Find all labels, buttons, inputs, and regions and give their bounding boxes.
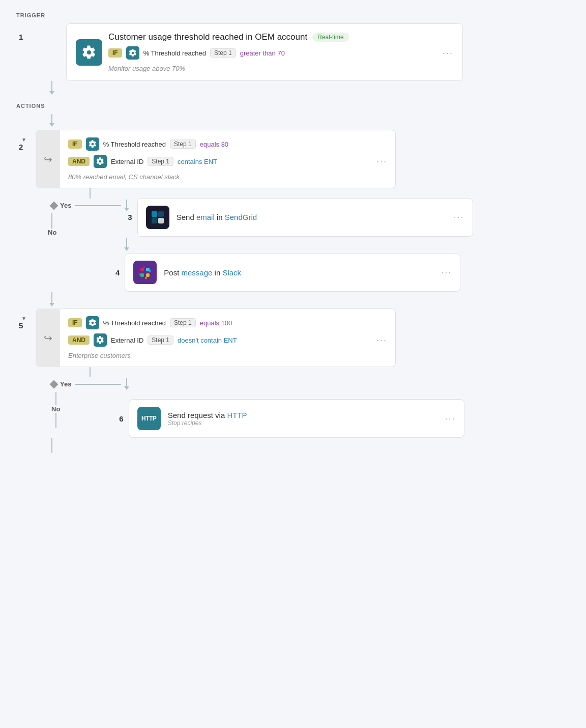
- yes-label-5: Yes: [60, 380, 71, 388]
- step-5-step-badge-1: Step 1: [170, 318, 196, 327]
- slack-icon-box: [133, 261, 157, 284]
- step-2-icon-2: [94, 155, 107, 168]
- trigger-section: TRIGGER 1 Customer usage threshold reach…: [16, 12, 570, 81]
- step-5-icon-2: [94, 333, 107, 347]
- step-6-subtitle: Stop recipes: [168, 419, 438, 427]
- arrow-3-4: [124, 247, 129, 251]
- svg-rect-11: [145, 277, 147, 279]
- connector-1: [51, 81, 52, 91]
- step-2-field-1: % Threshold reached: [103, 141, 166, 148]
- horiz-yes-line: [75, 205, 121, 206]
- trigger-field-icon: [126, 46, 139, 60]
- trigger-condition-row: IF % Threshold reached Step 1 greater th…: [108, 46, 453, 60]
- step-2-wrapper: ▼ 2 ↪ IF % Threshold reached Step 1 equa…: [16, 130, 570, 188]
- step-5-if-badge: IF: [68, 318, 82, 327]
- step-5-and-badge: AND: [68, 335, 90, 345]
- step-5-condition-2: AND External ID Step 1 doesn't contain E…: [68, 333, 387, 347]
- step-4-card: Post message in Slack ···: [125, 253, 460, 292]
- branch-icon-5: ↪: [44, 332, 52, 344]
- trigger-description: Monitor usage above 70%: [108, 65, 453, 72]
- no-vert-left: [51, 213, 52, 229]
- step-6-outer: No 6 HTTP Send request via HTTP Stop rec…: [16, 392, 570, 438]
- step-2-collapse[interactable]: ▼: [21, 137, 26, 143]
- sendgrid-icon-box: [146, 206, 169, 229]
- step-6-dots[interactable]: ···: [445, 413, 456, 424]
- step-1-num: 1: [19, 33, 29, 41]
- step-6-wrapper: 6 HTTP Send request via HTTP Stop recipe…: [119, 399, 464, 438]
- step-4-num: 4: [115, 268, 120, 277]
- arrow-1: [49, 91, 54, 95]
- step-4-wrapper: 4 Post message in Slack ···: [115, 253, 570, 292]
- step-5-dots[interactable]: ···: [376, 335, 387, 346]
- step-5-wrapper: ▼ 5 ↪ IF % Threshold reached Step 1 equa…: [16, 309, 570, 367]
- step-5-collapse[interactable]: ▼: [21, 316, 26, 321]
- step-3-wrapper: No 3 Send email in SendGrid: [16, 213, 570, 238]
- step-2-step-badge-2: Step 1: [148, 157, 173, 166]
- step-5-step-badge-2: Step 1: [148, 335, 173, 345]
- trigger-field-label: % Threshold reached: [143, 49, 206, 57]
- realtime-badge: Real-time: [312, 33, 348, 42]
- step-5-operator-1: equals 100: [200, 319, 232, 327]
- step-6-num: 6: [119, 414, 123, 423]
- step-5-field-2: External ID: [111, 337, 143, 344]
- step-3-dots[interactable]: ···: [454, 212, 464, 222]
- no-label-3: No: [48, 229, 56, 236]
- step-4-dots[interactable]: ···: [441, 267, 452, 278]
- svg-rect-7: [146, 273, 150, 277]
- trigger-label: TRIGGER: [16, 12, 570, 18]
- step-2-field-2: External ID: [111, 158, 143, 165]
- step-3-title: Send email in SendGrid: [177, 213, 257, 221]
- trigger-icon-box: [76, 39, 102, 66]
- svg-rect-6: [140, 273, 144, 277]
- step-5-left-bar: ↪: [36, 309, 60, 367]
- svg-rect-4: [140, 268, 144, 271]
- trigger-dots-menu[interactable]: ···: [443, 48, 453, 59]
- step-2-card: IF % Threshold reached Step 1 equals 80 …: [60, 130, 396, 188]
- svg-rect-1: [158, 211, 164, 217]
- http-icon-box: HTTP: [137, 407, 161, 430]
- trigger-operator: greater than 70: [240, 49, 285, 57]
- step-5-card: IF % Threshold reached Step 1 equals 100…: [60, 309, 396, 367]
- step-3-card: Send email in SendGrid ···: [137, 198, 473, 237]
- horiz-yes-line-5: [75, 384, 121, 385]
- step-2-icon-1: [86, 137, 99, 151]
- yes-label: Yes: [60, 202, 71, 209]
- diamond-icon: [50, 201, 58, 210]
- connector-actions: [51, 114, 52, 123]
- step-5-operator-2: doesn't contain ENT: [178, 337, 237, 344]
- step-5-num: 5: [19, 321, 29, 330]
- step-2-step-badge-1: Step 1: [170, 139, 196, 149]
- vert-line-no-5: [90, 367, 91, 377]
- actions-section: ACTIONS ▼ 2 ↪ IF % Threshold reached: [16, 103, 570, 453]
- step-2-num: 2: [19, 143, 29, 151]
- step-4-title: Post message in Slack: [164, 268, 241, 277]
- actions-label: ACTIONS: [16, 103, 570, 109]
- step-5-condition-1: IF % Threshold reached Step 1 equals 100: [68, 316, 387, 329]
- trigger-step-badge: Step 1: [210, 48, 236, 58]
- step-3-num: 3: [128, 213, 132, 221]
- connector-main-5: [51, 292, 52, 303]
- no-vert-6: [55, 392, 56, 405]
- svg-rect-3: [158, 218, 164, 223]
- step-2-operator-1: equals 80: [200, 141, 228, 148]
- step-2-condition-1: IF % Threshold reached Step 1 equals 80: [68, 137, 387, 151]
- step-2-operator-2: contains ENT: [178, 158, 217, 165]
- svg-rect-5: [146, 268, 150, 271]
- no-label-6: No: [51, 405, 60, 413]
- step-5-description: Enterprise customers: [68, 352, 387, 359]
- step-2-dots-menu[interactable]: ···: [376, 156, 387, 167]
- branch-icon: ↪: [44, 153, 52, 165]
- arrow-actions: [49, 123, 54, 127]
- vert-line-no: [90, 188, 91, 199]
- trigger-title: Customer usage threshold reached in OEM …: [108, 32, 453, 42]
- step-2-left-bar: ↪: [36, 130, 60, 188]
- no-vert-6b: [55, 413, 56, 428]
- yes-vert-line: [126, 200, 127, 208]
- svg-rect-0: [152, 211, 157, 217]
- step-5-icon-1: [86, 316, 99, 329]
- arrow-main-5: [49, 303, 54, 306]
- svg-rect-8: [143, 266, 145, 268]
- step-2-if-badge: IF: [68, 139, 82, 149]
- step-2-and-badge: AND: [68, 157, 90, 166]
- step-5-field-1: % Threshold reached: [103, 319, 166, 327]
